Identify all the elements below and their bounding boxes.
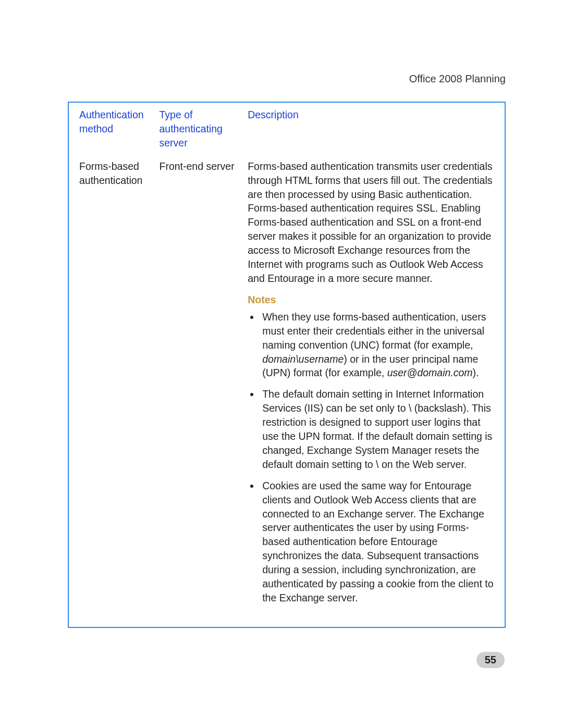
- col-header-description: Description: [244, 106, 497, 157]
- col-header-server: Type of authenticating server: [156, 106, 245, 157]
- note-text-italic: domain\username: [262, 353, 344, 365]
- cell-method: Forms-based authentication: [76, 157, 156, 614]
- notes-list: When they use forms-based authentication…: [260, 310, 494, 605]
- note-text: ).: [473, 367, 479, 378]
- auth-methods-table-container: Authentication method Type of authentica…: [68, 102, 506, 628]
- cell-server: Front-end server: [156, 157, 245, 614]
- table-header-row: Authentication method Type of authentica…: [76, 106, 497, 157]
- note-text: When they use forms-based authentication…: [262, 311, 486, 351]
- note-text-italic: user@domain.com: [387, 367, 473, 378]
- cell-description: Forms-based authentication transmits use…: [244, 157, 497, 614]
- description-text: Forms-based authentication transmits use…: [248, 159, 494, 286]
- list-item: Cookies are used the same way for Entour…: [260, 479, 494, 605]
- running-head: Office 2008 Planning: [68, 73, 506, 85]
- notes-heading: Notes: [248, 293, 494, 307]
- list-item: When they use forms-based authentication…: [260, 310, 494, 380]
- col-header-method: Authentication method: [76, 106, 156, 157]
- auth-methods-table: Authentication method Type of authentica…: [76, 106, 497, 614]
- list-item: The default domain setting in Internet I…: [260, 387, 494, 471]
- table-row: Forms-based authentication Front-end ser…: [76, 157, 497, 614]
- page-number: 55: [476, 652, 505, 668]
- document-page: Office 2008 Planning Authentication meth…: [0, 0, 563, 728]
